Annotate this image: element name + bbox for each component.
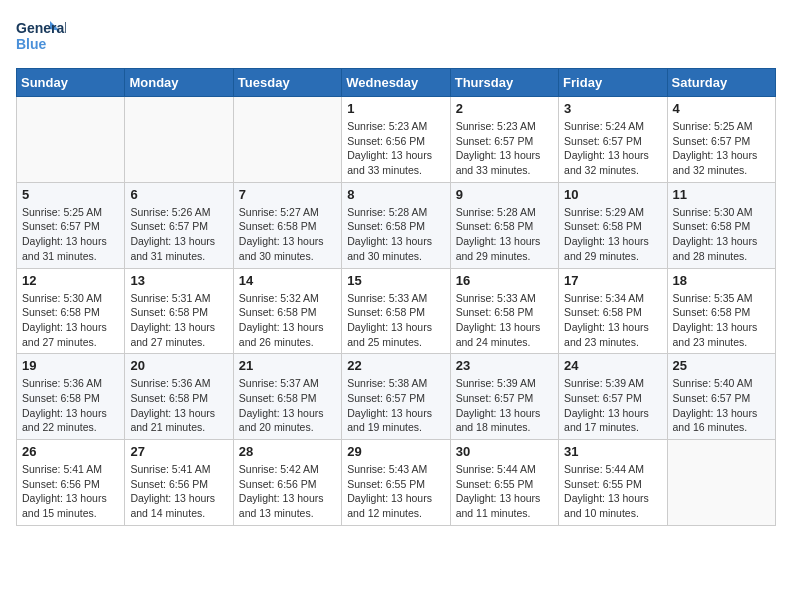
calendar-cell: 26Sunrise: 5:41 AMSunset: 6:56 PMDayligh… xyxy=(17,440,125,526)
calendar-cell: 24Sunrise: 5:39 AMSunset: 6:57 PMDayligh… xyxy=(559,354,667,440)
page-header: GeneralBlue xyxy=(16,16,776,56)
day-info: Sunrise: 5:23 AMSunset: 6:56 PMDaylight:… xyxy=(347,119,444,178)
day-number: 3 xyxy=(564,101,661,116)
day-info: Sunrise: 5:40 AMSunset: 6:57 PMDaylight:… xyxy=(673,376,770,435)
day-number: 28 xyxy=(239,444,336,459)
day-info: Sunrise: 5:28 AMSunset: 6:58 PMDaylight:… xyxy=(456,205,553,264)
calendar-cell: 1Sunrise: 5:23 AMSunset: 6:56 PMDaylight… xyxy=(342,97,450,183)
calendar-cell: 2Sunrise: 5:23 AMSunset: 6:57 PMDaylight… xyxy=(450,97,558,183)
day-number: 14 xyxy=(239,273,336,288)
day-info: Sunrise: 5:38 AMSunset: 6:57 PMDaylight:… xyxy=(347,376,444,435)
calendar-cell: 23Sunrise: 5:39 AMSunset: 6:57 PMDayligh… xyxy=(450,354,558,440)
day-number: 5 xyxy=(22,187,119,202)
day-number: 30 xyxy=(456,444,553,459)
weekday-header-thursday: Thursday xyxy=(450,69,558,97)
calendar-week-2: 5Sunrise: 5:25 AMSunset: 6:57 PMDaylight… xyxy=(17,182,776,268)
calendar-cell: 13Sunrise: 5:31 AMSunset: 6:58 PMDayligh… xyxy=(125,268,233,354)
weekday-header-sunday: Sunday xyxy=(17,69,125,97)
day-number: 25 xyxy=(673,358,770,373)
day-info: Sunrise: 5:42 AMSunset: 6:56 PMDaylight:… xyxy=(239,462,336,521)
calendar-cell: 8Sunrise: 5:28 AMSunset: 6:58 PMDaylight… xyxy=(342,182,450,268)
day-info: Sunrise: 5:30 AMSunset: 6:58 PMDaylight:… xyxy=(22,291,119,350)
weekday-header-tuesday: Tuesday xyxy=(233,69,341,97)
calendar-cell: 5Sunrise: 5:25 AMSunset: 6:57 PMDaylight… xyxy=(17,182,125,268)
day-info: Sunrise: 5:27 AMSunset: 6:58 PMDaylight:… xyxy=(239,205,336,264)
calendar-cell: 9Sunrise: 5:28 AMSunset: 6:58 PMDaylight… xyxy=(450,182,558,268)
calendar-cell: 12Sunrise: 5:30 AMSunset: 6:58 PMDayligh… xyxy=(17,268,125,354)
calendar-week-3: 12Sunrise: 5:30 AMSunset: 6:58 PMDayligh… xyxy=(17,268,776,354)
calendar-cell: 19Sunrise: 5:36 AMSunset: 6:58 PMDayligh… xyxy=(17,354,125,440)
day-info: Sunrise: 5:34 AMSunset: 6:58 PMDaylight:… xyxy=(564,291,661,350)
day-number: 9 xyxy=(456,187,553,202)
calendar-cell: 30Sunrise: 5:44 AMSunset: 6:55 PMDayligh… xyxy=(450,440,558,526)
day-number: 19 xyxy=(22,358,119,373)
day-info: Sunrise: 5:24 AMSunset: 6:57 PMDaylight:… xyxy=(564,119,661,178)
calendar-cell: 29Sunrise: 5:43 AMSunset: 6:55 PMDayligh… xyxy=(342,440,450,526)
day-info: Sunrise: 5:41 AMSunset: 6:56 PMDaylight:… xyxy=(22,462,119,521)
day-number: 24 xyxy=(564,358,661,373)
day-info: Sunrise: 5:39 AMSunset: 6:57 PMDaylight:… xyxy=(564,376,661,435)
day-number: 31 xyxy=(564,444,661,459)
day-info: Sunrise: 5:35 AMSunset: 6:58 PMDaylight:… xyxy=(673,291,770,350)
day-number: 17 xyxy=(564,273,661,288)
calendar-cell: 10Sunrise: 5:29 AMSunset: 6:58 PMDayligh… xyxy=(559,182,667,268)
day-number: 11 xyxy=(673,187,770,202)
day-number: 12 xyxy=(22,273,119,288)
calendar-cell xyxy=(17,97,125,183)
day-number: 27 xyxy=(130,444,227,459)
day-number: 18 xyxy=(673,273,770,288)
logo: GeneralBlue xyxy=(16,16,66,56)
calendar-cell: 3Sunrise: 5:24 AMSunset: 6:57 PMDaylight… xyxy=(559,97,667,183)
day-info: Sunrise: 5:43 AMSunset: 6:55 PMDaylight:… xyxy=(347,462,444,521)
calendar-cell: 15Sunrise: 5:33 AMSunset: 6:58 PMDayligh… xyxy=(342,268,450,354)
calendar-table: SundayMondayTuesdayWednesdayThursdayFrid… xyxy=(16,68,776,526)
calendar-cell: 31Sunrise: 5:44 AMSunset: 6:55 PMDayligh… xyxy=(559,440,667,526)
svg-text:Blue: Blue xyxy=(16,36,47,52)
day-number: 21 xyxy=(239,358,336,373)
day-info: Sunrise: 5:25 AMSunset: 6:57 PMDaylight:… xyxy=(673,119,770,178)
day-number: 15 xyxy=(347,273,444,288)
day-info: Sunrise: 5:36 AMSunset: 6:58 PMDaylight:… xyxy=(130,376,227,435)
calendar-week-5: 26Sunrise: 5:41 AMSunset: 6:56 PMDayligh… xyxy=(17,440,776,526)
day-number: 7 xyxy=(239,187,336,202)
calendar-cell xyxy=(667,440,775,526)
calendar-cell: 27Sunrise: 5:41 AMSunset: 6:56 PMDayligh… xyxy=(125,440,233,526)
day-info: Sunrise: 5:41 AMSunset: 6:56 PMDaylight:… xyxy=(130,462,227,521)
calendar-cell: 20Sunrise: 5:36 AMSunset: 6:58 PMDayligh… xyxy=(125,354,233,440)
calendar-cell: 6Sunrise: 5:26 AMSunset: 6:57 PMDaylight… xyxy=(125,182,233,268)
calendar-cell: 7Sunrise: 5:27 AMSunset: 6:58 PMDaylight… xyxy=(233,182,341,268)
weekday-header-monday: Monday xyxy=(125,69,233,97)
weekday-header-friday: Friday xyxy=(559,69,667,97)
day-number: 22 xyxy=(347,358,444,373)
day-info: Sunrise: 5:44 AMSunset: 6:55 PMDaylight:… xyxy=(564,462,661,521)
day-number: 20 xyxy=(130,358,227,373)
day-number: 10 xyxy=(564,187,661,202)
day-info: Sunrise: 5:39 AMSunset: 6:57 PMDaylight:… xyxy=(456,376,553,435)
calendar-cell xyxy=(233,97,341,183)
weekday-header-row: SundayMondayTuesdayWednesdayThursdayFrid… xyxy=(17,69,776,97)
calendar-cell: 21Sunrise: 5:37 AMSunset: 6:58 PMDayligh… xyxy=(233,354,341,440)
day-number: 29 xyxy=(347,444,444,459)
day-info: Sunrise: 5:28 AMSunset: 6:58 PMDaylight:… xyxy=(347,205,444,264)
day-number: 6 xyxy=(130,187,227,202)
calendar-cell xyxy=(125,97,233,183)
day-number: 16 xyxy=(456,273,553,288)
day-number: 2 xyxy=(456,101,553,116)
calendar-cell: 11Sunrise: 5:30 AMSunset: 6:58 PMDayligh… xyxy=(667,182,775,268)
calendar-cell: 17Sunrise: 5:34 AMSunset: 6:58 PMDayligh… xyxy=(559,268,667,354)
day-info: Sunrise: 5:31 AMSunset: 6:58 PMDaylight:… xyxy=(130,291,227,350)
day-number: 1 xyxy=(347,101,444,116)
day-number: 4 xyxy=(673,101,770,116)
calendar-cell: 18Sunrise: 5:35 AMSunset: 6:58 PMDayligh… xyxy=(667,268,775,354)
day-info: Sunrise: 5:37 AMSunset: 6:58 PMDaylight:… xyxy=(239,376,336,435)
weekday-header-saturday: Saturday xyxy=(667,69,775,97)
day-number: 26 xyxy=(22,444,119,459)
day-number: 13 xyxy=(130,273,227,288)
day-info: Sunrise: 5:23 AMSunset: 6:57 PMDaylight:… xyxy=(456,119,553,178)
day-info: Sunrise: 5:44 AMSunset: 6:55 PMDaylight:… xyxy=(456,462,553,521)
day-number: 8 xyxy=(347,187,444,202)
day-info: Sunrise: 5:32 AMSunset: 6:58 PMDaylight:… xyxy=(239,291,336,350)
day-info: Sunrise: 5:29 AMSunset: 6:58 PMDaylight:… xyxy=(564,205,661,264)
calendar-cell: 22Sunrise: 5:38 AMSunset: 6:57 PMDayligh… xyxy=(342,354,450,440)
svg-text:General: General xyxy=(16,20,66,36)
